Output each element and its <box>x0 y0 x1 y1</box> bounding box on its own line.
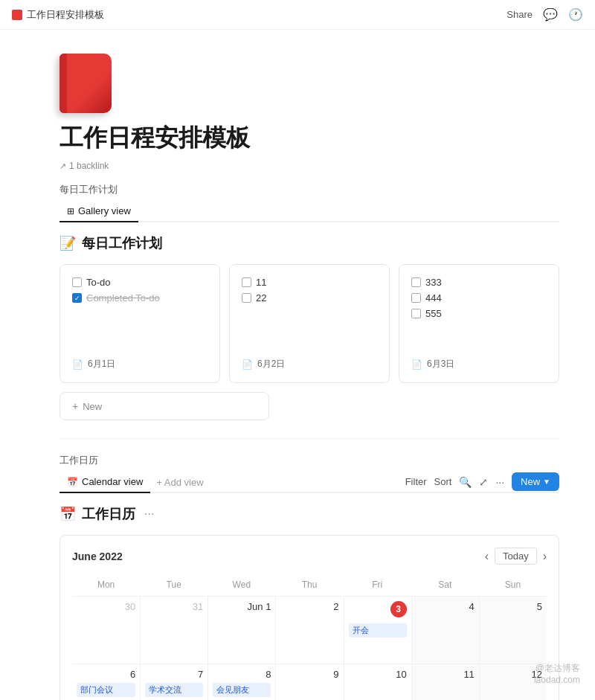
calendar-new-button[interactable]: New ▼ <box>512 472 559 491</box>
dow-tue: Tue <box>140 577 208 593</box>
cal-event-bumen[interactable]: 部门会议 <box>77 683 135 697</box>
section2-emoji: 📅 <box>60 506 76 522</box>
check-item-3: 11 <box>242 277 377 288</box>
check-item-5: 333 <box>411 277 547 288</box>
cal-date-11: 11 <box>416 669 475 680</box>
cal-cell-5[interactable]: 5 <box>479 597 547 664</box>
comment-icon[interactable]: 💬 <box>543 7 558 22</box>
checkbox-3[interactable] <box>242 277 251 287</box>
fullscreen-icon[interactable]: ⤢ <box>479 476 488 488</box>
cal-cell-6[interactable]: 6 部门会议 <box>72 664 140 700</box>
check-item: To-do <box>72 277 208 288</box>
cal-cell-8[interactable]: 8 会见朋友 <box>208 664 275 700</box>
cal-event-kaihui[interactable]: 开会 <box>349 623 407 638</box>
dow-mon: Mon <box>72 577 140 593</box>
cal-cell-11[interactable]: 11 <box>411 664 479 700</box>
checkbox-7[interactable] <box>411 309 421 318</box>
cal-cell-30[interactable]: 30 <box>72 597 140 664</box>
calendar-nav: ‹ Today › <box>485 548 547 565</box>
check-item-6: 444 <box>411 292 547 304</box>
checkbox-2[interactable] <box>72 293 82 303</box>
book-spine <box>60 54 67 113</box>
page-title: 工作日程安排模板 <box>60 122 559 155</box>
check-label-5: 333 <box>425 277 442 288</box>
checkbox-6[interactable] <box>411 293 421 303</box>
section2-header: 📅 工作日历 ··· <box>60 505 559 523</box>
cal-week-1: 30 31 Jun 1 2 3 开会 4 <box>72 596 547 664</box>
dow-fri: Fri <box>344 577 411 593</box>
add-view-label: + Add view <box>156 477 203 488</box>
cal-cell-9[interactable]: 9 <box>275 664 343 700</box>
gallery-grid: To-do Completed To-do 📄 6月1日 11 <box>60 264 559 383</box>
check-label-2: Completed To-do <box>86 292 160 304</box>
more-icon[interactable]: ··· <box>495 476 504 488</box>
gallery-card-1[interactable]: To-do Completed To-do 📄 6月1日 <box>60 264 220 383</box>
cal-prev-arrow[interactable]: ‹ <box>485 550 489 563</box>
backlink-icon: ↗ <box>60 161 66 171</box>
topbar-right: Share 💬 🕐 <box>506 7 583 22</box>
cal-date-jun1: Jun 1 <box>213 601 271 612</box>
search-icon[interactable]: 🔍 <box>459 476 472 488</box>
gallery-view-tabs: ⊞ Gallery view <box>60 201 559 222</box>
cal-week-2: 6 部门会议 7 学术交流 8 会见朋友 9 10 11 <box>72 664 547 700</box>
checkbox-4[interactable] <box>242 293 251 303</box>
cal-cell-jun1[interactable]: Jun 1 <box>208 597 275 664</box>
section1-emoji: 📝 <box>60 235 76 251</box>
cal-next-arrow[interactable]: › <box>543 550 547 563</box>
gallery-view-tab[interactable]: ⊞ Gallery view <box>60 201 138 222</box>
backlink[interactable]: ↗ 1 backlink <box>60 161 559 171</box>
cal-date-9: 9 <box>280 669 338 680</box>
calendar-tab-icon: 📅 <box>67 477 78 487</box>
cal-date-5: 5 <box>484 601 542 612</box>
cal-cell-3[interactable]: 3 开会 <box>344 597 411 664</box>
share-button[interactable]: Share <box>506 9 533 20</box>
section1-header: 📝 每日工作计划 <box>60 234 559 252</box>
check-item-7: 555 <box>411 308 547 319</box>
checkbox-5[interactable] <box>411 277 421 287</box>
page-icon <box>12 10 22 20</box>
cal-cell-10[interactable]: 10 <box>344 664 411 700</box>
today-button[interactable]: Today <box>495 548 537 565</box>
gallery-card-2[interactable]: 11 22 📄 6月2日 <box>229 264 390 383</box>
card2-footer: 📄 6月2日 <box>242 358 377 370</box>
filter-button[interactable]: Filter <box>405 476 427 487</box>
section2-label: 工作日历 <box>60 454 559 467</box>
history-icon[interactable]: 🕐 <box>568 7 583 22</box>
check-item-2: Completed To-do <box>72 292 208 304</box>
cal-event-pengyou[interactable]: 会见朋友 <box>213 683 271 697</box>
calendar-view-tab[interactable]: 📅 Calendar view <box>60 472 150 493</box>
cal-date-2: 2 <box>280 601 338 612</box>
add-view-tab[interactable]: + Add view <box>150 472 209 492</box>
new-row[interactable]: + New <box>60 392 269 420</box>
cal-cell-7[interactable]: 7 学术交流 <box>140 664 208 700</box>
check-label-7: 555 <box>425 308 442 319</box>
check-label-6: 444 <box>425 292 442 304</box>
gallery-tab-icon: ⊞ <box>67 206 74 216</box>
dow-wed: Wed <box>208 577 275 593</box>
book-icon-wrap <box>60 54 559 113</box>
cal-cell-31[interactable]: 31 <box>140 597 208 664</box>
cal-date-8: 8 <box>213 669 271 680</box>
page-icon-2: 📄 <box>242 359 253 370</box>
cal-cell-12[interactable]: 12 <box>479 664 547 700</box>
cal-event-xueshu[interactable]: 学术交流 <box>145 683 203 697</box>
cal-date-10: 10 <box>349 669 407 680</box>
card2-date: 6月2日 <box>257 358 285 370</box>
calendar-wrap: June 2022 ‹ Today › Mon Tue Wed Thu Fri … <box>60 535 559 700</box>
calendar-month: June 2022 <box>72 550 123 562</box>
cal-date-3-today: 3 <box>390 601 407 617</box>
calendar-header: June 2022 ‹ Today › <box>72 548 547 565</box>
page-icon-3: 📄 <box>411 359 422 370</box>
check-label-1: To-do <box>86 277 111 288</box>
card1-footer: 📄 6月1日 <box>72 358 208 370</box>
cal-date-6: 6 <box>77 669 135 680</box>
gallery-card-3[interactable]: 333 444 555 📄 6月3日 <box>399 264 559 383</box>
sort-button[interactable]: Sort <box>434 476 452 487</box>
cal-cell-2[interactable]: 2 <box>275 597 343 664</box>
section2-more-icon[interactable]: ··· <box>144 507 154 521</box>
page-content: 工作日程安排模板 ↗ 1 backlink 每日工作计划 ⊞ Gallery v… <box>0 30 595 700</box>
topbar: 工作日程安排模板 Share 💬 🕐 <box>0 0 595 30</box>
checkbox-1[interactable] <box>72 277 82 287</box>
cal-cell-4[interactable]: 4 <box>411 597 479 664</box>
card2-content: 11 22 <box>242 277 377 349</box>
